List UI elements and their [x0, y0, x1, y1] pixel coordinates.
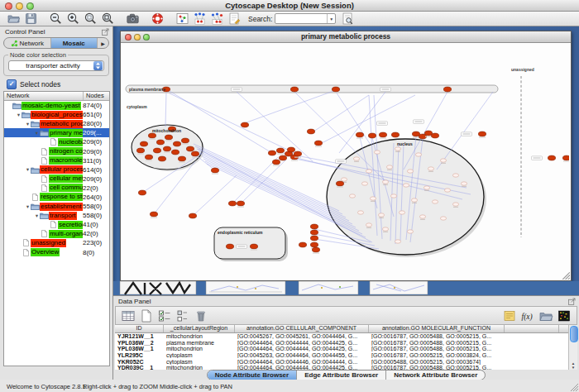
table-column-header[interactable]: ID — [115, 325, 164, 332]
network-node[interactable] — [431, 133, 438, 138]
network-node[interactable] — [156, 140, 164, 145]
tab-node-attribute-browser[interactable]: Node Attribute Browser — [208, 370, 298, 380]
zoom-selected-icon[interactable] — [84, 12, 98, 26]
tree-row-primary-metaboli[interactable]: ▼primary metaboli209(... — [4, 128, 109, 137]
table-column-header[interactable]: annotation.GO CELLULAR_COMPONENT — [235, 325, 369, 332]
network-node[interactable] — [186, 146, 194, 151]
network-node[interactable] — [276, 148, 284, 153]
matrix-icon[interactable] — [557, 308, 572, 323]
tab-network[interactable]: Network — [4, 38, 51, 48]
network-node-small[interactable] — [386, 165, 392, 169]
annotation-icon[interactable] — [227, 12, 242, 26]
network-node[interactable] — [178, 156, 185, 161]
network-node-small[interactable] — [461, 182, 467, 185]
tree-row-multi-organism-pro[interactable]: multi-organism pro42(0) — [4, 229, 109, 238]
tree-row-metabolic-process[interactable]: ▼metabolic process280(0) — [4, 119, 109, 128]
tab-network-attribute-browser[interactable]: Network Attribute Browser — [386, 370, 485, 380]
app-resize-grip[interactable] — [569, 382, 578, 391]
notes-icon[interactable] — [502, 308, 517, 323]
tree-row-mosaic-demo-yeast[interactable]: mosaic-demo-yeast874(0) — [4, 101, 109, 110]
network-node[interactable] — [336, 181, 343, 186]
network-node-small[interactable] — [341, 178, 347, 181]
network-node-small[interactable] — [452, 174, 458, 177]
network-node-small[interactable] — [432, 200, 438, 203]
network-node-small[interactable] — [423, 186, 429, 189]
network-node[interactable] — [310, 230, 318, 235]
network-node[interactable] — [163, 146, 170, 151]
network-node[interactable] — [287, 147, 294, 152]
network-node[interactable] — [211, 168, 218, 173]
open-folder-icon[interactable] — [7, 12, 21, 26]
network-node-small[interactable] — [411, 198, 417, 202]
network-node[interactable] — [307, 129, 314, 134]
network-node[interactable] — [148, 133, 156, 138]
tree-row-nitrogen-compou[interactable]: nitrogen compou209(0) — [4, 146, 109, 155]
attr-table-icon[interactable] — [121, 308, 136, 323]
network-node-small[interactable] — [407, 170, 413, 173]
zoom-fit-icon[interactable] — [101, 12, 115, 26]
network-node-small[interactable] — [428, 167, 433, 170]
network-node[interactable] — [294, 151, 301, 156]
tree-expander-icon[interactable]: ▼ — [25, 204, 31, 209]
network-node-small[interactable] — [452, 203, 458, 206]
network-node-small[interactable] — [395, 240, 400, 243]
tree-row-cellular-metabol[interactable]: cellular metabol209(0) — [4, 174, 109, 184]
network-overview-icon[interactable] — [175, 12, 189, 26]
network-node-small[interactable] — [403, 184, 409, 187]
more-tabs-arrow-icon[interactable]: ▶ — [98, 38, 108, 48]
network-node-small[interactable] — [395, 147, 400, 151]
data-panel-float-icon[interactable] — [568, 298, 576, 305]
network-node-small[interactable] — [407, 230, 413, 233]
network-node[interactable] — [391, 132, 399, 137]
network-node[interactable] — [165, 135, 172, 140]
network-node[interactable] — [478, 131, 486, 136]
network-node-small[interactable] — [353, 157, 359, 160]
table-column-header[interactable]: annotation.GO MOLECULAR_FUNCTION — [369, 325, 505, 332]
network-node[interactable] — [548, 155, 555, 160]
network-node[interactable] — [299, 242, 306, 247]
table-row[interactable]: YPL036W__1mitochondrion[GO:0044464, GO:0… — [115, 346, 568, 352]
tree-expander-icon[interactable]: ▼ — [16, 112, 22, 117]
network-node[interactable] — [136, 148, 144, 153]
tab-edge-attribute-browser[interactable]: Edge Attribute Browser — [297, 370, 386, 380]
network-node[interactable] — [228, 201, 236, 206]
tree-expander-icon[interactable]: ▼ — [34, 213, 40, 218]
table-scrollbar[interactable]: ▲▼ — [568, 325, 577, 370]
network-node[interactable] — [310, 242, 318, 247]
search-input[interactable] — [275, 14, 327, 23]
zoom-out-icon[interactable] — [49, 12, 63, 26]
network-node[interactable] — [290, 87, 298, 92]
network-node[interactable] — [140, 141, 147, 146]
network-node-small[interactable] — [440, 159, 446, 162]
table-column-header[interactable]: _cellularLayoutRegion — [164, 325, 235, 332]
network-node[interactable] — [332, 87, 339, 92]
network-node[interactable] — [312, 247, 319, 252]
import-attr-icon[interactable] — [538, 308, 553, 323]
tree-row-secretion[interactable]: secretion41(0) — [4, 220, 109, 229]
network-node[interactable] — [181, 138, 189, 143]
network-node[interactable] — [191, 151, 199, 156]
network-node-small[interactable] — [366, 223, 371, 227]
network-view-window[interactable]: primary metabolic process plasma membran — [120, 31, 572, 281]
tree-column-network[interactable]: Network — [4, 92, 84, 100]
table-row[interactable]: YLR295Ccytoplasm[GO:0045263, GO:0044464,… — [115, 352, 568, 359]
network-node[interactable] — [226, 244, 233, 249]
tree-row-nucleobase-co[interactable]: nucleobase-co209(0) — [4, 137, 109, 146]
zoom-in-icon[interactable] — [66, 12, 80, 26]
search-dropdown-arrow-icon[interactable]: ▼ — [327, 14, 335, 23]
network-node[interactable] — [158, 156, 165, 161]
network-node[interactable] — [241, 122, 248, 127]
scrollbar-arrows[interactable]: ▲▼ — [569, 361, 577, 370]
network-node[interactable] — [412, 131, 419, 136]
network-node-small[interactable] — [374, 151, 380, 154]
network-node-small[interactable] — [419, 215, 425, 218]
network-node[interactable] — [268, 151, 275, 155]
network-node-small[interactable] — [382, 180, 388, 184]
network-node[interactable] — [272, 160, 280, 165]
network-node[interactable] — [237, 201, 244, 206]
network-node[interactable] — [310, 224, 318, 229]
network-node[interactable] — [189, 213, 196, 218]
layout-a-icon[interactable] — [193, 12, 207, 26]
tree-row-biological-process[interactable]: ▼biological_process651(0) — [4, 110, 109, 119]
search-field[interactable]: ▼ — [275, 13, 336, 24]
